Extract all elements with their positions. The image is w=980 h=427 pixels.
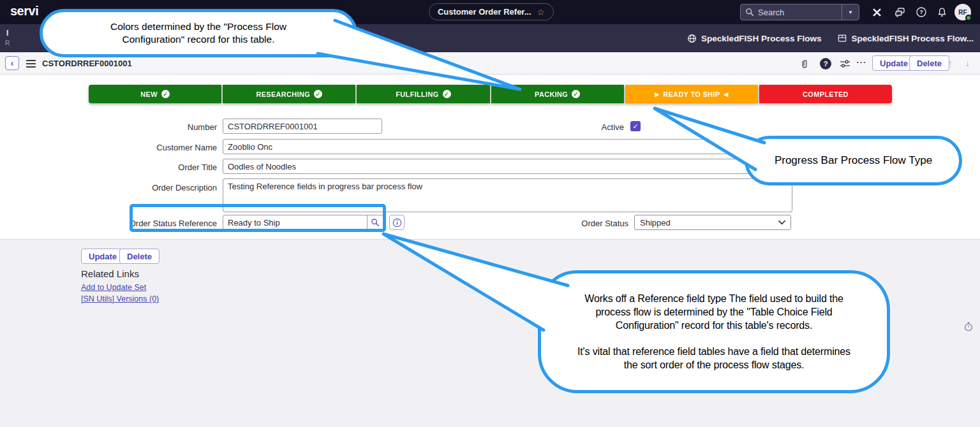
svg-text:?: ? — [919, 9, 923, 15]
order-status-select[interactable]: Shipped — [634, 215, 791, 230]
nav-link-process-flows[interactable]: SpeckledFISH Process Flows — [687, 34, 821, 43]
number-label: Number — [70, 122, 217, 132]
stage-check-icon: ✓ — [161, 90, 170, 98]
nav-link-process-flow-record[interactable]: SpeckledFISH Process Flow... — [838, 34, 974, 43]
favorite-star-icon[interactable]: ☆ — [537, 7, 546, 17]
more-actions-icon[interactable]: ⋯ — [855, 55, 868, 68]
stage-check-icon: ✓ — [314, 90, 322, 98]
delete-button-footer[interactable]: Delete — [119, 249, 160, 264]
stage-fulfilling[interactable]: FULFILLING ✓ — [357, 85, 489, 103]
order-status-label: Order Status — [482, 219, 628, 228]
callout-bubble-colors — [40, 9, 357, 57]
customer-name-label: Customer Name — [70, 143, 217, 152]
globe-icon — [687, 34, 697, 43]
stage-ready-to-ship[interactable]: ▶ READY TO SHIP ◀ — [625, 85, 758, 103]
field-highlight-rectangle — [130, 204, 386, 232]
stopwatch-icon[interactable] — [963, 321, 974, 335]
layout-icon — [838, 34, 847, 43]
stage-packing[interactable]: PACKING ✓ — [491, 85, 624, 103]
hidden-text-fragment-2: R — [5, 40, 10, 47]
callout-bubble-flow-type — [745, 136, 962, 185]
reference-info-button[interactable] — [389, 215, 405, 230]
checkbox-check-icon: ✓ — [632, 122, 638, 131]
process-flow-bar: NEW ✓ RESEARCHING ✓ FULFILLING ✓ PACKING… — [89, 85, 892, 103]
callout-bubble-reference-explanation — [538, 270, 890, 393]
delete-button-header[interactable]: Delete — [909, 55, 949, 71]
personalize-sliders-icon[interactable] — [838, 57, 851, 70]
stage-researching[interactable]: RESEARCHING ✓ — [223, 85, 355, 103]
chat-icon[interactable] — [894, 6, 907, 18]
related-link-sn-utils-versions[interactable]: [SN Utils] Versions (0) — [81, 294, 159, 303]
search-icon — [745, 8, 754, 17]
info-icon — [392, 218, 402, 228]
sn-utils-close-icon[interactable] — [870, 6, 883, 18]
presence-status-dot — [965, 15, 972, 21]
tab-label: Customer Order Refer... — [438, 7, 531, 17]
avatar[interactable]: RF — [954, 4, 971, 20]
record-title: CSTORDRREF0001001 — [42, 59, 132, 68]
back-button[interactable]: ‹ — [5, 56, 19, 70]
servicenow-logo: servi — [10, 4, 38, 18]
help-filled-icon[interactable]: ? — [819, 57, 832, 70]
context-menu-icon[interactable] — [26, 60, 36, 69]
active-checkbox[interactable]: ✓ — [630, 121, 641, 131]
order-title-input[interactable]: Oodles of Noodles — [223, 159, 792, 174]
stage-check-icon: ✓ — [572, 90, 580, 98]
attachment-paperclip-icon[interactable] — [798, 57, 811, 70]
previous-record-arrow-icon[interactable]: ↑ — [948, 58, 953, 68]
help-icon[interactable]: ? — [915, 6, 928, 18]
number-input[interactable]: CSTORDRREF0001001 — [223, 119, 382, 134]
customer-name-input[interactable]: Zooblio Onc — [223, 139, 792, 154]
order-description-label: Order Description — [70, 183, 217, 192]
order-title-label: Order Title — [70, 163, 217, 172]
active-label: Active — [477, 122, 624, 132]
caret-down-icon: ▼ — [848, 10, 853, 15]
current-stage-arrow-icon: ▶ — [655, 91, 659, 98]
search-scope-dropdown[interactable]: ▼ — [842, 4, 859, 20]
avatar-initials: RF — [958, 9, 967, 16]
hidden-text-fragment-1: I — [6, 29, 8, 38]
nav-link-label: SpeckledFISH Process Flows — [701, 34, 821, 43]
select-chevron-icon — [778, 220, 785, 225]
stage-completed[interactable]: COMPLETED — [759, 85, 892, 103]
servicenow-app: servi Customer Order Refer... ☆ Search ▼ — [0, 0, 980, 427]
search-placeholder: Search — [758, 8, 842, 17]
next-record-arrow-icon[interactable]: ↓ — [965, 58, 970, 68]
global-search-input[interactable]: Search ▼ — [740, 4, 859, 20]
related-links-title: Related Links — [81, 268, 139, 279]
notifications-bell-icon[interactable] — [935, 6, 948, 18]
related-link-add-to-update-set[interactable]: Add to Update Set — [81, 283, 146, 292]
stage-new[interactable]: NEW ✓ — [89, 85, 221, 103]
current-record-tab[interactable]: Customer Order Refer... ☆ — [429, 3, 554, 20]
current-stage-arrow-icon: ◀ — [724, 91, 728, 98]
chevron-left-icon: ‹ — [11, 58, 14, 68]
stage-check-icon: ✓ — [443, 90, 451, 98]
update-button-footer[interactable]: Update — [81, 249, 124, 264]
nav-link-label: SpeckledFISH Process Flow... — [851, 34, 974, 43]
